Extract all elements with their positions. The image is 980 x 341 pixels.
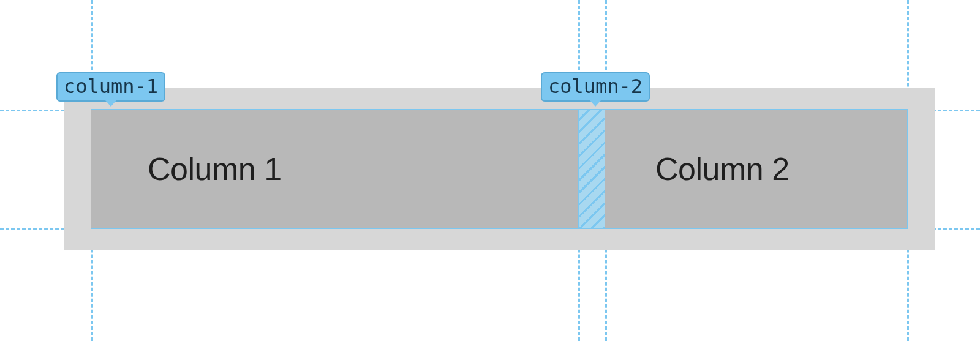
grid-tracks-area: Column 1 Column 2 [91, 110, 907, 228]
grid-gap-region [578, 110, 605, 228]
grid-line-badge-column-1: column-1 [56, 72, 165, 102]
grid-line-badge-column-2: column-2 [541, 72, 650, 102]
grid-column-1: Column 1 [91, 110, 578, 228]
grid-container: Column 1 Column 2 [64, 88, 935, 250]
grid-column-2-label: Column 2 [655, 151, 790, 187]
grid-line-badge-text: column-2 [548, 75, 643, 98]
grid-column-2: Column 2 [605, 110, 907, 228]
grid-column-1-label: Column 1 [148, 151, 282, 187]
grid-line-badge-text: column-1 [64, 75, 158, 98]
